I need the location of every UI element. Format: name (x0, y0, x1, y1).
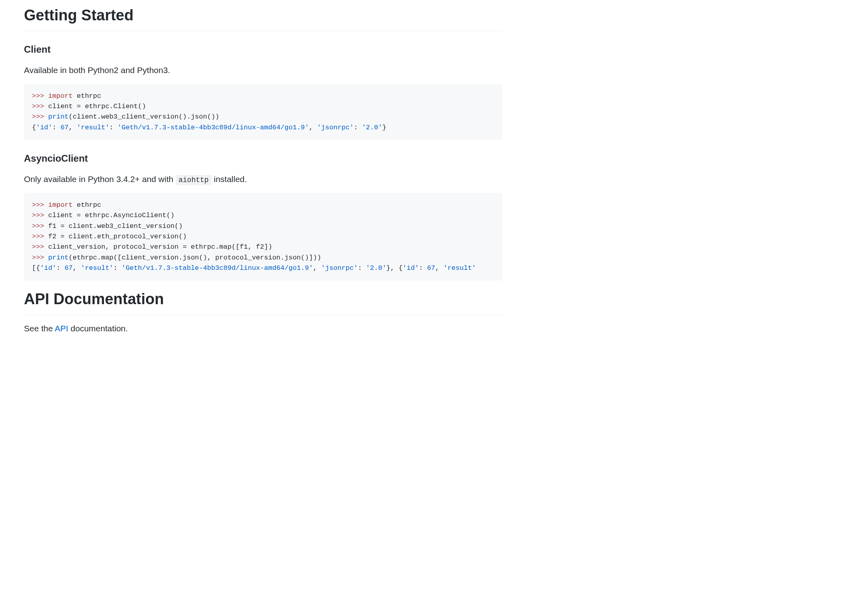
api-desc-pre: See the (24, 324, 55, 333)
api-description: See the API documentation. (24, 322, 502, 335)
asyncio-code-block[interactable]: >>> import ethrpc >>> client = ethrpc.As… (24, 193, 502, 281)
heading-asyncio-client: AsyncioClient (24, 151, 502, 166)
aiohttp-code-inline: aiohttp (176, 175, 212, 185)
asyncio-desc-post: installed. (212, 174, 247, 184)
asyncio-code: >>> import ethrpc >>> client = ethrpc.As… (32, 200, 494, 273)
asyncio-description: Only available in Python 3.4.2+ and with… (24, 173, 502, 186)
api-desc-post: documentation. (68, 324, 128, 333)
heading-getting-started: Getting Started (24, 4, 502, 31)
heading-client: Client (24, 42, 502, 57)
asyncio-desc-pre: Only available in Python 3.4.2+ and with (24, 174, 176, 184)
client-description: Available in both Python2 and Python3. (24, 64, 502, 77)
document-body: Getting Started Client Available in both… (0, 4, 526, 366)
heading-api-documentation: API Documentation (24, 288, 502, 315)
client-code-block: >>> import ethrpc >>> client = ethrpc.Cl… (24, 84, 502, 140)
client-code: >>> import ethrpc >>> client = ethrpc.Cl… (32, 91, 494, 133)
api-link[interactable]: API (55, 324, 68, 333)
